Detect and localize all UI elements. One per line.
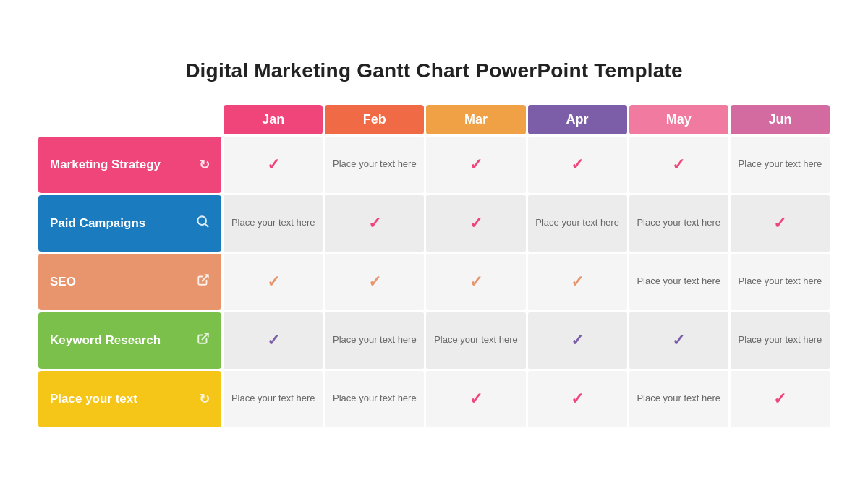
placeholder-text[interactable]: Place your text here xyxy=(739,334,822,345)
row-icon xyxy=(195,214,210,232)
checkmark-icon: ✓ xyxy=(331,214,418,233)
data-cell: Place your text here xyxy=(731,312,830,369)
data-cell: ✓ xyxy=(426,371,525,427)
row-label-2: SEO xyxy=(38,254,221,310)
table-row: Marketing Strategy↻✓Place your text here… xyxy=(38,137,830,193)
data-cell: Place your text here xyxy=(629,371,728,427)
checkmark-icon: ✓ xyxy=(432,273,519,291)
data-cell: ✓ xyxy=(528,312,627,369)
row-label-0: Marketing Strategy↻ xyxy=(38,137,221,193)
data-cell: Place your text here xyxy=(426,312,525,369)
row-icon: ↻ xyxy=(199,157,210,173)
svg-line-3 xyxy=(203,333,208,339)
data-cell: ✓ xyxy=(325,195,424,252)
data-cell: ✓ xyxy=(528,371,627,427)
header-jan: Jan xyxy=(224,105,323,134)
data-cell: ✓ xyxy=(731,195,830,252)
data-cell: ✓ xyxy=(528,137,627,193)
checkmark-icon: ✓ xyxy=(736,390,824,408)
data-cell: ✓ xyxy=(224,312,323,369)
header-apr: Apr xyxy=(528,105,627,134)
page-title: Digital Marketing Gantt Chart PowerPoint… xyxy=(185,59,683,82)
placeholder-text[interactable]: Place your text here xyxy=(333,393,417,403)
data-cell: Place your text here xyxy=(325,312,424,369)
data-cell: ✓ xyxy=(426,254,525,310)
data-cell: Place your text here xyxy=(629,195,728,252)
placeholder-text[interactable]: Place your text here xyxy=(637,275,720,286)
data-cell: ✓ xyxy=(629,137,728,193)
checkmark-icon: ✓ xyxy=(534,155,621,174)
row-label-text: Paid Campaigns xyxy=(50,216,190,231)
placeholder-text[interactable]: Place your text here xyxy=(535,217,619,228)
checkmark-icon: ✓ xyxy=(635,331,723,350)
data-cell: Place your text here xyxy=(325,371,424,427)
row-label-text: Place your text xyxy=(50,392,193,406)
table-row: Place your text↻Place your text herePlac… xyxy=(38,371,830,427)
placeholder-text[interactable]: Place your text here xyxy=(333,334,417,345)
data-cell: Place your text here xyxy=(224,371,323,427)
data-cell: ✓ xyxy=(731,371,830,427)
checkmark-icon: ✓ xyxy=(534,331,621,350)
header-jun: Jun xyxy=(731,105,830,134)
gantt-wrapper: Jan Feb Mar Apr May Jun Marketing Strate… xyxy=(36,103,832,429)
row-label-3: Keyword Research xyxy=(38,312,221,369)
header-feb: Feb xyxy=(325,105,424,134)
table-row: Paid CampaignsPlace your text here✓✓Plac… xyxy=(38,195,830,252)
row-icon xyxy=(197,332,210,348)
header-may: May xyxy=(629,105,728,134)
data-cell: ✓ xyxy=(426,195,525,252)
row-label-text: SEO xyxy=(50,275,191,289)
data-cell: Place your text here xyxy=(224,195,323,252)
checkmark-icon: ✓ xyxy=(229,331,317,350)
gantt-table: Jan Feb Mar Apr May Jun Marketing Strate… xyxy=(36,103,832,429)
checkmark-icon: ✓ xyxy=(229,273,317,291)
checkmark-icon: ✓ xyxy=(534,390,621,408)
row-label-text: Marketing Strategy xyxy=(50,158,193,172)
row-label-4: Place your text↻ xyxy=(38,371,221,427)
table-row: Keyword Research✓Place your text herePla… xyxy=(38,312,830,369)
svg-line-2 xyxy=(203,275,208,281)
data-cell: ✓ xyxy=(629,312,728,369)
checkmark-icon: ✓ xyxy=(432,390,519,408)
data-cell: Place your text here xyxy=(731,254,830,310)
checkmark-icon: ✓ xyxy=(432,155,519,174)
checkmark-icon: ✓ xyxy=(331,273,418,291)
data-cell: Place your text here xyxy=(629,254,728,310)
row-icon xyxy=(197,273,210,290)
data-cell: ✓ xyxy=(325,254,424,310)
checkmark-icon: ✓ xyxy=(736,214,824,233)
placeholder-text[interactable]: Place your text here xyxy=(739,275,822,286)
placeholder-text[interactable]: Place your text here xyxy=(637,393,720,403)
placeholder-text[interactable]: Place your text here xyxy=(434,334,518,345)
checkmark-icon: ✓ xyxy=(534,273,621,291)
header-mar: Mar xyxy=(426,105,525,134)
checkmark-icon: ✓ xyxy=(635,155,723,174)
row-label-text: Keyword Research xyxy=(50,333,191,348)
data-cell: ✓ xyxy=(224,254,323,310)
svg-line-1 xyxy=(205,224,208,227)
row-label-1: Paid Campaigns xyxy=(38,195,221,252)
data-cell: ✓ xyxy=(528,254,627,310)
table-row: SEO✓✓✓✓Place your text herePlace your te… xyxy=(38,254,830,310)
data-cell: Place your text here xyxy=(528,195,627,252)
data-cell: Place your text here xyxy=(325,137,424,193)
data-cell: Place your text here xyxy=(731,137,830,193)
placeholder-text[interactable]: Place your text here xyxy=(333,158,417,169)
checkmark-icon: ✓ xyxy=(432,214,519,233)
placeholder-text[interactable]: Place your text here xyxy=(739,158,822,169)
data-cell: ✓ xyxy=(224,137,323,193)
placeholder-text[interactable]: Place your text here xyxy=(231,217,315,228)
header-empty xyxy=(38,105,221,134)
data-cell: ✓ xyxy=(426,137,525,193)
row-icon: ↻ xyxy=(199,391,210,407)
placeholder-text[interactable]: Place your text here xyxy=(231,393,315,403)
checkmark-icon: ✓ xyxy=(229,155,317,174)
placeholder-text[interactable]: Place your text here xyxy=(637,217,720,228)
